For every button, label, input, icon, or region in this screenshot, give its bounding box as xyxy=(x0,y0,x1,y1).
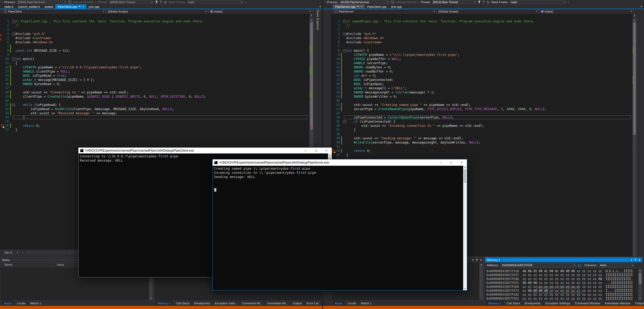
filter-edit-icon[interactable] xyxy=(482,1,485,4)
toolbar-overflow-icon[interactable]: ≡ xyxy=(245,1,246,3)
scroll-up-icon[interactable]: ▲ xyxy=(309,18,313,22)
line-number[interactable]: 30 xyxy=(331,140,340,145)
scroll-down-icon[interactable]: ▼ xyxy=(463,288,467,290)
code-line[interactable]: 10 LPVOID pipeBuffer = NULL; xyxy=(331,57,633,61)
tab-list-chevron-icon[interactable]: ▾ xyxy=(319,5,321,8)
nav-method-dropdown[interactable]: main()▾ xyxy=(539,9,634,14)
line-number[interactable]: 13 xyxy=(331,69,340,74)
line-number[interactable]: 25 xyxy=(331,120,340,124)
memory-scrollbar[interactable]: ▲ ▼ xyxy=(638,269,642,300)
tool-tab-Call Stack[interactable]: Call Stack xyxy=(504,301,522,306)
line-number[interactable]: 23 xyxy=(331,111,340,115)
nav-method-dropdown[interactable]: main()▾ xyxy=(208,9,312,14)
code-line[interactable]: 15 wchar_t message[MESSAGE_SIZE] = { 0 }… xyxy=(0,78,309,82)
fold-marker-icon[interactable] xyxy=(12,19,15,23)
team-explorer-side-tab[interactable]: Team Explorer xyxy=(316,9,319,31)
filter-threads-icon[interactable] xyxy=(155,1,158,4)
line-number[interactable]: 2 xyxy=(0,23,9,28)
line-number[interactable]: 3 xyxy=(331,28,340,32)
line-number[interactable]: 31 xyxy=(331,145,340,149)
line-number[interactable]: 15 xyxy=(0,78,9,82)
tool-tab-Watch 1[interactable]: Watch 1 xyxy=(28,301,44,306)
tool-tab-Memory 1[interactable]: Memory 1 xyxy=(486,301,504,306)
line-number[interactable]: 10 xyxy=(0,57,9,61)
line-number[interactable]: 21 xyxy=(331,103,340,107)
code-line[interactable]: 24 isPipeConnected = ConnectNamedPipe(se… xyxy=(331,115,633,120)
fold-marker-icon[interactable] xyxy=(12,103,15,107)
code-line[interactable]: 2// xyxy=(331,23,633,28)
code-line[interactable]: 9 LPCWSTR pipeName = L"\\\\.\\pipe\\mant… xyxy=(331,53,633,57)
pin-icon[interactable] xyxy=(79,5,81,8)
line-number[interactable]: 8 xyxy=(331,49,340,53)
filter-edit-icon[interactable] xyxy=(159,1,162,4)
line-number[interactable]: 15 xyxy=(331,78,340,82)
tool-tab-Breakpoints[interactable]: Breakpoints xyxy=(522,301,543,306)
line-number[interactable]: 3 xyxy=(0,28,9,32)
code-line[interactable]: 13 HANDLE clientPipe = NULL; xyxy=(0,69,309,74)
code-line[interactable]: 15 BOOL isPipeConnected; xyxy=(331,78,633,82)
line-number[interactable]: 20 xyxy=(331,99,340,103)
close-tab-icon[interactable]: × xyxy=(361,5,362,8)
document-tab-PipeClient.cpp[interactable]: PipeClient.cpp× xyxy=(55,4,86,9)
code-line[interactable]: 21 while (isPipeRead) { xyxy=(0,103,309,107)
code-line[interactable]: 26 std::wcout << "Incoming connection to… xyxy=(331,124,633,128)
document-tab-PipeClient.cpp[interactable]: PipeClient.cpp xyxy=(365,4,389,9)
line-number[interactable]: 11 xyxy=(331,61,340,65)
code-line[interactable]: 20 xyxy=(331,99,633,103)
chevron-down-icon[interactable]: ▾ xyxy=(63,1,65,3)
chevron-down-icon[interactable]: ▾ xyxy=(103,10,104,13)
line-number[interactable]: 9 xyxy=(0,53,9,57)
line-number[interactable]: 11 xyxy=(0,61,9,65)
chevron-down-icon[interactable]: ▾ xyxy=(631,10,632,13)
line-number[interactable]: 18 xyxy=(331,90,340,94)
line-number[interactable]: 22 xyxy=(331,107,340,111)
chevron-down-icon[interactable]: ▾ xyxy=(95,1,96,3)
code-line[interactable]: 25 xyxy=(0,120,309,124)
line-number[interactable]: 29 xyxy=(331,136,340,140)
fold-marker-icon[interactable] xyxy=(343,19,346,23)
line-number[interactable]: 27 xyxy=(331,128,340,132)
code-line[interactable]: 10int main() xyxy=(0,57,309,61)
code-line[interactable]: 26 return 0; xyxy=(0,124,309,128)
column-name[interactable]: Name xyxy=(0,263,52,267)
code-line[interactable]: 9 xyxy=(0,53,309,57)
line-number[interactable]: 18 xyxy=(0,90,9,94)
code-line[interactable]: 13 DWORD readBuffer = 0; xyxy=(331,69,633,74)
scroll-up-icon[interactable]: ▲ xyxy=(479,264,483,266)
fold-marker-icon[interactable] xyxy=(343,49,346,53)
breakpoint-icon[interactable] xyxy=(1,124,4,127)
close-tab-icon[interactable]: × xyxy=(82,5,84,8)
code-line[interactable]: 7 xyxy=(331,44,633,49)
chevron-down-icon[interactable]: ▾ xyxy=(562,1,565,3)
code-line[interactable]: 22 serverPipe = CreateNamedPipe(pipeName… xyxy=(331,107,633,111)
line-number[interactable]: 22 xyxy=(0,107,9,111)
line-number[interactable]: 10 xyxy=(331,57,340,61)
console-scrollbar[interactable]: ▲ ▼ xyxy=(463,166,467,290)
console-output[interactable]: Creating named pipe \\.\pipe\mantvydas-f… xyxy=(213,166,467,192)
document-tab-pch.cpp[interactable]: pch.cpp xyxy=(86,4,102,9)
splitter-handle-icon[interactable]: ⇕ xyxy=(309,14,313,18)
chevron-down-icon[interactable]: ▾ xyxy=(17,251,18,254)
code-line[interactable]: 18 std::wcout << "Connecting to " << pip… xyxy=(0,90,309,94)
code-line[interactable]: 21 std::wcout << "Creating named pipe " … xyxy=(331,103,633,107)
code-line[interactable]: 8const int MESSAGE_SIZE = 512; xyxy=(0,49,309,53)
close-icon[interactable]: × xyxy=(321,148,332,153)
code-line[interactable]: 16 DWORD bytesRead = 0; xyxy=(0,82,309,86)
line-number[interactable]: 6 xyxy=(331,40,340,44)
line-number[interactable]: 7 xyxy=(0,44,9,49)
tool-tab-Output[interactable]: Output xyxy=(290,301,304,306)
nav-project-dropdown[interactable]: +PipeClient▾ xyxy=(2,9,106,14)
line-number[interactable]: 19 xyxy=(0,94,9,99)
tool-tab-Error List[interactable]: Error List xyxy=(304,301,321,306)
scrollbar-thumb[interactable] xyxy=(639,273,641,284)
line-number[interactable]: 12 xyxy=(331,65,340,69)
maximize-icon[interactable]: □ xyxy=(311,148,321,153)
line-number[interactable]: 26 xyxy=(331,124,340,128)
code-line[interactable]: 11 HANDLE serverPipe; xyxy=(331,61,633,65)
line-number[interactable]: 2 xyxy=(331,23,340,28)
line-number[interactable]: 4 xyxy=(0,32,9,36)
code-line[interactable]: 23 std::wcout << "Received message: " <<… xyxy=(0,111,309,115)
fold-marker-icon[interactable] xyxy=(12,57,15,61)
line-number[interactable]: 14 xyxy=(331,74,340,78)
address-combo[interactable]: 0x000000E43057F528▾ xyxy=(500,263,576,268)
